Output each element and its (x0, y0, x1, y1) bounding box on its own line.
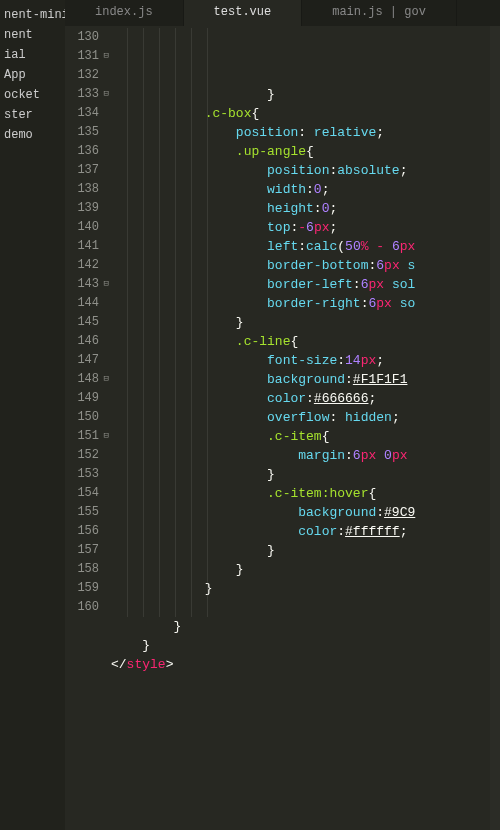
code-line[interactable]: </style> (111, 655, 500, 674)
sidebar-item[interactable]: ocket (0, 85, 65, 105)
code-line[interactable] (111, 598, 500, 617)
sidebar-item[interactable]: nent (0, 25, 65, 45)
line-number: 135 (65, 123, 99, 142)
line-number: 159 (65, 579, 99, 598)
line-number: 137 (65, 161, 99, 180)
line-number-gutter: 130131⊟132133⊟13413513613713813914014114… (65, 26, 111, 830)
line-number: 150 (65, 408, 99, 427)
fold-marker-icon[interactable]: ⊟ (104, 275, 109, 294)
line-number: 144 (65, 294, 99, 313)
code-line[interactable]: margin:6px 0px (111, 446, 500, 465)
line-number: 156 (65, 522, 99, 541)
code-line[interactable]: } (111, 636, 500, 655)
line-number: 140 (65, 218, 99, 237)
sidebar-item[interactable]: App (0, 65, 65, 85)
editor-tab[interactable]: test.vue (184, 0, 303, 26)
code-line[interactable]: } (111, 313, 500, 332)
code-line[interactable]: .c-line{ (111, 332, 500, 351)
fold-marker-icon[interactable]: ⊟ (104, 85, 109, 104)
code-line[interactable]: border-right:6px so (111, 294, 500, 313)
line-number: 141 (65, 237, 99, 256)
line-number: 145 (65, 313, 99, 332)
code-line[interactable]: border-left:6px sol (111, 275, 500, 294)
line-number: 158 (65, 560, 99, 579)
code-line[interactable]: } (111, 541, 500, 560)
code-line[interactable]: color:#666666; (111, 389, 500, 408)
line-number: 154 (65, 484, 99, 503)
line-number: 153 (65, 465, 99, 484)
sidebar-item[interactable]: nent-mini (0, 5, 65, 25)
code-line[interactable]: } (111, 465, 500, 484)
fold-marker-icon[interactable]: ⊟ (104, 427, 109, 446)
code-line[interactable]: border-bottom:6px s (111, 256, 500, 275)
code-line[interactable]: .c-item{ (111, 427, 500, 446)
code-line[interactable]: .c-box{ (111, 104, 500, 123)
code-line[interactable]: color:#ffffff; (111, 522, 500, 541)
code-line[interactable]: background:#9C9 (111, 503, 500, 522)
file-explorer-sidebar: nent-mininentialAppocketsterdemo (0, 0, 65, 830)
sidebar-item[interactable]: ster (0, 105, 65, 125)
line-number: 155 (65, 503, 99, 522)
code-line[interactable]: left:calc(50% - 6px (111, 237, 500, 256)
vertical-scrollbar[interactable] (490, 26, 500, 830)
line-number: 131⊟ (65, 47, 99, 66)
sidebar-item[interactable]: ial (0, 45, 65, 65)
editor-tab[interactable]: index.js (65, 0, 184, 26)
line-number: 133⊟ (65, 85, 99, 104)
code-line[interactable]: font-size:14px; (111, 351, 500, 370)
code-line[interactable]: background:#F1F1F1 (111, 370, 500, 389)
line-number: 152 (65, 446, 99, 465)
code-line[interactable]: top:-6px; (111, 218, 500, 237)
code-line[interactable]: width:0; (111, 180, 500, 199)
line-number: 130 (65, 28, 99, 47)
line-number: 139 (65, 199, 99, 218)
line-number: 151⊟ (65, 427, 99, 446)
tab-bar: index.jstest.vuemain.js | gov (65, 0, 500, 26)
line-number: 146 (65, 332, 99, 351)
code-area[interactable]: } .c-box{ position: relative; .up-angle{… (111, 26, 500, 830)
line-number: 148⊟ (65, 370, 99, 389)
code-line[interactable]: position: relative; (111, 123, 500, 142)
editor-tab[interactable]: main.js | gov (302, 0, 457, 26)
code-line[interactable]: .c-item:hover{ (111, 484, 500, 503)
app-root: nent-mininentialAppocketsterdemo index.j… (0, 0, 500, 830)
code-line[interactable]: position:absolute; (111, 161, 500, 180)
line-number: 149 (65, 389, 99, 408)
line-number: 157 (65, 541, 99, 560)
code-line[interactable]: } (111, 560, 500, 579)
fold-marker-icon[interactable]: ⊟ (104, 47, 109, 66)
line-number: 132 (65, 66, 99, 85)
line-number: 136 (65, 142, 99, 161)
code-line[interactable]: } (111, 617, 500, 636)
code-line[interactable]: } (111, 579, 500, 598)
code-line[interactable]: height:0; (111, 199, 500, 218)
line-number: 143⊟ (65, 275, 99, 294)
sidebar-item[interactable]: demo (0, 125, 65, 145)
line-number: 160 (65, 598, 99, 617)
line-number: 142 (65, 256, 99, 275)
line-number: 134 (65, 104, 99, 123)
main-panel: index.jstest.vuemain.js | gov 130131⊟132… (65, 0, 500, 830)
code-editor[interactable]: 130131⊟132133⊟13413513613713813914014114… (65, 26, 500, 830)
code-line[interactable]: overflow: hidden; (111, 408, 500, 427)
line-number: 147 (65, 351, 99, 370)
code-line[interactable]: .up-angle{ (111, 142, 500, 161)
fold-marker-icon[interactable]: ⊟ (104, 370, 109, 389)
line-number: 138 (65, 180, 99, 199)
code-line[interactable]: } (111, 85, 500, 104)
